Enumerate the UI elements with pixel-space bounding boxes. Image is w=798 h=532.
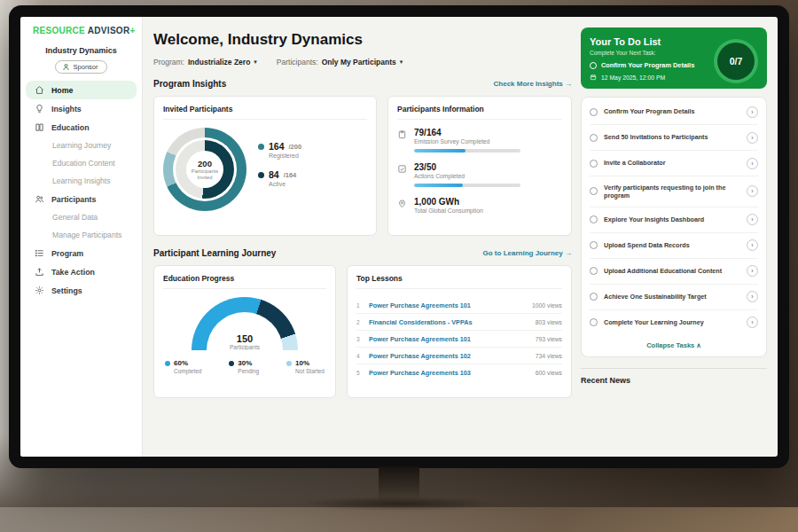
chevron-right-icon[interactable]: › [747, 265, 758, 277]
sidebar-item-settings[interactable]: Settings [20, 281, 142, 300]
education-progress-card: Education Progress 150 Participants 60 [153, 265, 336, 398]
main-content: Welcome, Industry Dynamics Program: Indu… [143, 17, 581, 457]
sidebar-item-home[interactable]: Home [26, 81, 137, 99]
checkbox-icon[interactable] [590, 187, 598, 195]
program-filter[interactable]: Program: Industrialize Zero ▾ [153, 58, 257, 66]
lesson-row: 4 Power Purchase Agreements 102 734 view… [356, 348, 562, 364]
donut-legend: 164 /200 Registered 84 /164 [258, 141, 301, 198]
chevron-right-icon[interactable]: › [747, 158, 758, 169]
task-row[interactable]: Achieve One Sustainability Target › [590, 285, 758, 310]
sidebar-item-label: Participants [51, 195, 96, 204]
brand-part1: RESOURCE [33, 26, 85, 35]
chevron-right-icon[interactable]: › [747, 239, 758, 251]
task-row[interactable]: Complete Your Learning Journey › [590, 310, 758, 335]
go-to-learning-journey-link[interactable]: Go to Learning Journey → [483, 249, 572, 257]
task-row[interactable]: Invite a Collaborator › [590, 151, 758, 176]
next-task-label: Confirm Your Program Details [601, 61, 694, 69]
lesson-views: 803 views [536, 319, 562, 325]
sidebar-item-education-content[interactable]: Education Content [20, 154, 142, 172]
clipboard-icon [397, 129, 407, 139]
checkbox-icon[interactable] [590, 134, 598, 142]
checkbox-icon[interactable] [590, 267, 598, 275]
task-row[interactable]: Confirm Your Program Details › [590, 99, 758, 125]
task-row[interactable]: Verify participants requesting to join t… [590, 176, 758, 207]
sidebar-item-participants[interactable]: Participants [20, 190, 142, 208]
active-total: /164 [284, 171, 297, 179]
chevron-right-icon[interactable]: › [747, 106, 758, 118]
lesson-row: 5 Power Purchase Agreements 103 600 view… [356, 364, 562, 380]
lesson-row: 2 Financial Considerations - VPPAs 803 v… [356, 314, 562, 331]
task-label: Achieve One Sustainability Target [604, 293, 740, 301]
sidebar-item-learning-journey[interactable]: Learning Journey [20, 137, 142, 154]
pending-label: Pending [238, 368, 259, 374]
education-legend: 60% Completed 30% Pending 10% Not Starte… [163, 359, 326, 374]
lesson-rank: 5 [356, 370, 363, 376]
checkbox-icon[interactable] [590, 160, 598, 168]
donut-center-label: Participants Invited [186, 168, 223, 181]
registered-value: 164 [269, 141, 285, 152]
collapse-tasks-link[interactable]: Collapse Tasks ∧ [590, 335, 758, 355]
participants-information-card: Participants Information 79/164 Emission… [387, 96, 572, 236]
chevron-right-icon[interactable]: › [747, 214, 758, 225]
chevron-right-icon[interactable]: › [747, 185, 758, 197]
completed-dot-icon [165, 361, 170, 366]
sidebar-item-program[interactable]: Program [20, 244, 142, 262]
arrow-right-icon: → [565, 249, 572, 257]
todo-summary-card: Your To Do List Complete Your Next Task:… [581, 27, 767, 89]
lesson-link[interactable]: Power Purchase Agreements 102 [369, 352, 529, 360]
global-consumption-label: Total Global Consumption [414, 207, 483, 214]
sidebar-item-take-action[interactable]: Take Action [20, 262, 142, 281]
learning-journey-header: Participant Learning Journey Go to Learn… [153, 248, 572, 258]
task-label: Explore Your Insights Dashboard [604, 215, 740, 223]
program-filter-label: Program: [153, 58, 184, 66]
task-row[interactable]: Upload Spend Data Records › [590, 233, 758, 259]
participants-filter[interactable]: Participants: Only My Participants ▾ [277, 58, 403, 66]
task-label: Complete Your Learning Journey [604, 318, 740, 326]
people-icon [35, 194, 44, 204]
recent-news-title: Recent News [581, 368, 767, 385]
page-title: Welcome, Industry Dynamics [153, 31, 572, 49]
program-filter-value: Industrialize Zero [188, 58, 250, 66]
lesson-link[interactable]: Power Purchase Agreements 101 [369, 301, 526, 309]
arrow-right-icon: → [565, 80, 572, 88]
registered-total: /200 [289, 143, 302, 151]
sidebar-item-label: Home [51, 86, 73, 95]
task-list-card: Confirm Your Program Details › Send 50 I… [581, 97, 767, 357]
lesson-link[interactable]: Power Purchase Agreements 101 [369, 335, 529, 343]
actions-completed-row: 23/50 Actions Completed [397, 162, 562, 187]
task-row[interactable]: Upload Additional Educational Content › [590, 259, 758, 285]
chevron-right-icon[interactable]: › [747, 291, 758, 302]
not-started-dot-icon [286, 361, 292, 366]
todo-panel: Your To Do List Complete Your Next Task:… [581, 17, 778, 457]
sidebar-item-learning-insights[interactable]: Learning Insights [20, 172, 142, 190]
sidebar-item-education[interactable]: Education [20, 118, 142, 137]
checkbox-icon[interactable] [590, 62, 597, 69]
insights-cards-row: Invited Participants 200 Participants In… [153, 96, 572, 236]
lesson-link[interactable]: Power Purchase Agreements 103 [369, 369, 529, 377]
check-more-insights-link[interactable]: Check More Insights → [494, 80, 572, 88]
sidebar-item-insights[interactable]: Insights [20, 99, 142, 118]
lesson-link[interactable]: Financial Considerations - VPPAs [369, 318, 529, 326]
book-icon [35, 122, 44, 132]
sidebar-item-general-data[interactable]: General Data [20, 208, 142, 226]
not-started-value: 10% [295, 359, 309, 367]
checkbox-icon[interactable] [590, 318, 598, 326]
task-row[interactable]: Send 50 Invitations to Participants › [590, 125, 758, 151]
sidebar-item-manage-participants[interactable]: Manage Participants [20, 226, 142, 244]
checkbox-icon[interactable] [590, 241, 598, 249]
lesson-rank: 4 [356, 353, 363, 359]
chevron-right-icon[interactable]: › [747, 132, 758, 144]
org-name: Industry Dynamics [20, 46, 142, 55]
task-row[interactable]: Explore Your Insights Dashboard › [590, 207, 758, 233]
bulb-icon [35, 104, 44, 113]
next-task-due: 12 May 2025, 12:00 PM [601, 74, 665, 81]
checkbox-icon[interactable] [590, 215, 598, 223]
task-label: Confirm Your Program Details [604, 107, 740, 115]
emission-survey-progress-fill [414, 149, 466, 153]
sponsor-badge[interactable]: Sponsor [55, 60, 108, 74]
chevron-right-icon[interactable]: › [747, 317, 758, 328]
legend-active: 84 /164 Active [258, 169, 301, 187]
lesson-rank: 1 [356, 302, 363, 309]
checkbox-icon[interactable] [590, 293, 598, 301]
checkbox-icon[interactable] [590, 108, 598, 116]
